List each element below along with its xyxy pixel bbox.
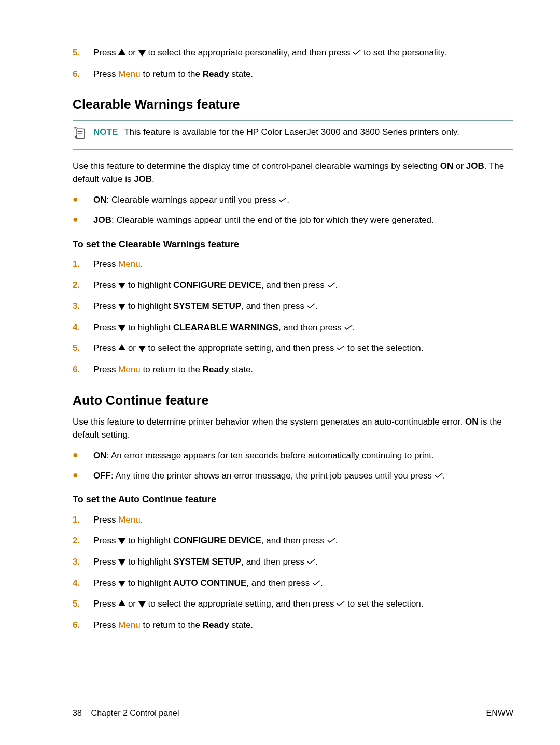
down-arrow-icon xyxy=(118,325,125,331)
step-number: 5. xyxy=(73,47,93,60)
step-text: Press Menu to return to the Ready state. xyxy=(93,68,513,81)
step-1: 1. Press Menu. xyxy=(73,514,513,527)
check-icon xyxy=(307,300,315,313)
check-icon xyxy=(312,577,320,590)
step-2: 2. Press to highlight CONFIGURE DEVICE, … xyxy=(73,279,513,292)
down-arrow-icon xyxy=(118,581,125,587)
auto-continue-heading: Auto Continue feature xyxy=(73,391,513,410)
check-icon xyxy=(344,321,353,334)
check-icon xyxy=(327,279,335,292)
list-item: ● JOB: Clearable warnings appear until t… xyxy=(73,214,513,227)
clearable-description: Use this feature to determine the displa… xyxy=(73,160,513,186)
up-arrow-icon xyxy=(118,600,125,606)
step-6: 6. Press Menu to return to the Ready sta… xyxy=(73,363,513,376)
menu-link: Menu xyxy=(118,259,141,269)
step-number: 6. xyxy=(73,68,93,81)
step-1: 1. Press Menu. xyxy=(73,258,513,271)
auto-continue-subheading: To set the Auto Continue feature xyxy=(73,493,513,506)
step-4: 4. Press to highlight CLEARABLE WARNINGS… xyxy=(73,321,513,334)
step-5: 5. Press or to select the appropriate pe… xyxy=(73,47,513,60)
bullet-icon: ● xyxy=(73,449,93,462)
page-footer: 38 Chapter 2 Control panel ENWW xyxy=(73,707,513,719)
down-arrow-icon xyxy=(138,601,146,608)
menu-link: Menu xyxy=(118,620,141,630)
up-arrow-icon xyxy=(118,344,125,350)
step-4: 4. Press to highlight AUTO CONTINUE, and… xyxy=(73,577,513,590)
check-icon xyxy=(337,598,345,611)
bullet-icon: ● xyxy=(73,214,93,227)
footer-left: 38 Chapter 2 Control panel xyxy=(73,707,179,719)
clearable-bullets: ● ON: Clearable warnings appear until yo… xyxy=(73,194,513,227)
list-item: ● OFF: Any time the printer shows an err… xyxy=(73,470,513,483)
down-arrow-icon xyxy=(138,50,146,57)
down-arrow-icon xyxy=(118,538,125,544)
menu-link: Menu xyxy=(118,364,141,374)
note-content: NOTEThis feature is available for the HP… xyxy=(93,126,459,139)
list-item: ● ON: Clearable warnings appear until yo… xyxy=(73,194,513,207)
down-arrow-icon xyxy=(118,283,125,289)
note-icon xyxy=(73,126,93,145)
bullet-icon: ● xyxy=(73,470,93,483)
intro-steps: 5. Press or to select the appropriate pe… xyxy=(73,47,513,80)
clearable-steps: 1. Press Menu. 2. Press to highlight CON… xyxy=(73,258,513,376)
step-2: 2. Press to highlight CONFIGURE DEVICE, … xyxy=(73,535,513,547)
check-icon xyxy=(327,535,335,547)
step-3: 3. Press to highlight SYSTEM SETUP, and … xyxy=(73,556,513,569)
check-icon xyxy=(353,47,361,60)
list-item: ● ON: An error message appears for ten s… xyxy=(73,449,513,462)
note-label: NOTE xyxy=(93,127,118,137)
step-5: 5. Press or to select the appropriate se… xyxy=(73,598,513,611)
step-5: 5. Press or to select the appropriate se… xyxy=(73,342,513,355)
check-icon xyxy=(278,194,287,207)
step-text: Press or to select the appropriate perso… xyxy=(93,47,513,60)
menu-link: Menu xyxy=(118,69,141,79)
down-arrow-icon xyxy=(118,559,125,566)
bullet-icon: ● xyxy=(73,194,93,207)
check-icon xyxy=(435,470,443,483)
step-3: 3. Press to highlight SYSTEM SETUP, and … xyxy=(73,300,513,313)
step-6: 6. Press Menu to return to the Ready sta… xyxy=(73,68,513,81)
clearable-warnings-heading: Clearable Warnings feature xyxy=(73,95,513,114)
down-arrow-icon xyxy=(138,346,146,352)
check-icon xyxy=(337,342,345,355)
auto-continue-bullets: ● ON: An error message appears for ten s… xyxy=(73,449,513,482)
menu-link: Menu xyxy=(118,515,141,525)
note-text: This feature is available for the HP Col… xyxy=(124,127,459,137)
footer-right: ENWW xyxy=(486,707,513,719)
clearable-subheading: To set the Clearable Warnings feature xyxy=(73,237,513,251)
check-icon xyxy=(307,556,315,569)
down-arrow-icon xyxy=(118,304,125,310)
step-6: 6. Press Menu to return to the Ready sta… xyxy=(73,619,513,632)
auto-continue-steps: 1. Press Menu. 2. Press to highlight CON… xyxy=(73,514,513,632)
auto-continue-description: Use this feature to determine printer be… xyxy=(73,416,513,441)
svg-rect-0 xyxy=(76,129,85,138)
up-arrow-icon xyxy=(118,49,125,55)
note-box: NOTEThis feature is available for the HP… xyxy=(73,120,513,150)
